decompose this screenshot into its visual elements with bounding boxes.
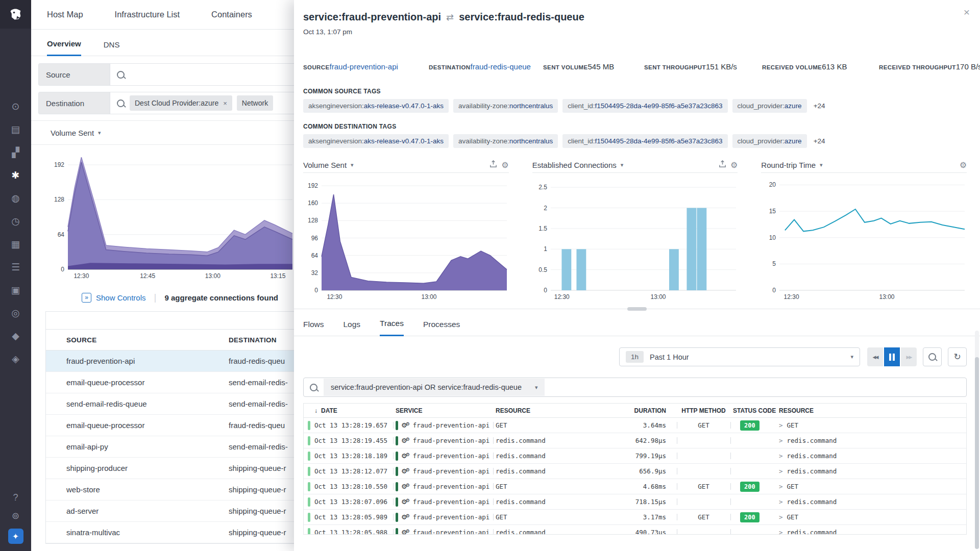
tag-chip[interactable]: availability-zone:northcentralus — [453, 99, 558, 113]
divider: | — [154, 292, 157, 303]
column-resource-2[interactable]: RESOURCE — [779, 407, 966, 414]
tag-chip[interactable]: client_id:f1504495-28da-4e99-85f6-a5e37a… — [562, 99, 727, 113]
resize-handle[interactable] — [627, 307, 647, 311]
column-date[interactable]: DATE — [321, 407, 337, 414]
datadog-logo[interactable] — [0, 0, 31, 29]
trace-row[interactable]: Oct 13 13:28:19.657⚙⚙fraud-prevention-ap… — [304, 418, 966, 433]
remove-chip-icon[interactable]: × — [223, 99, 227, 107]
forward-button[interactable]: ▶▶ — [901, 347, 917, 366]
trace-row[interactable]: Oct 13 13:28:05.989⚙⚙fraud-prevention-ap… — [304, 510, 966, 525]
more-tags-link[interactable]: +24 — [814, 137, 825, 145]
tag-chip[interactable]: client_id:f1504495-28da-4e99-85f6-a5e37a… — [562, 134, 727, 148]
column-destination[interactable]: DESTINATION — [229, 336, 294, 344]
filter-chip[interactable]: Network — [237, 95, 273, 111]
destination-filter-label: Destination — [39, 92, 110, 114]
source-search-input[interactable] — [110, 71, 294, 79]
tab-containers[interactable]: Containers — [211, 10, 252, 19]
connection-row[interactable]: shipping-producershipping-queue-r — [46, 458, 294, 479]
gear-icon[interactable]: ⚙ — [501, 160, 508, 170]
trace-row[interactable]: Oct 13 13:28:19.455⚙⚙fraud-prevention-ap… — [304, 433, 966, 448]
export-icon[interactable] — [489, 160, 497, 170]
tab-overview[interactable]: Overview — [47, 39, 81, 56]
tag-chip[interactable]: aksengineversion:aks-release-v0.47.0-1-a… — [303, 134, 449, 148]
service-gears-icon: ⚙⚙ — [401, 452, 410, 460]
filter-chip[interactable]: Dest Cloud Provider:azure× — [130, 95, 232, 111]
tab-flows[interactable]: Flows — [303, 320, 324, 336]
tag-chip[interactable]: cloud_provider:azure — [732, 134, 807, 148]
connection-row[interactable]: ad-servershipping-queue-r — [46, 500, 294, 522]
tag-chip[interactable]: cloud_provider:azure — [732, 99, 807, 113]
connection-row[interactable]: sinatra-multivacshipping-queue-r — [46, 522, 294, 543]
infrastructure-icon[interactable]: ▤ — [0, 118, 31, 141]
tab-dns[interactable]: DNS — [104, 40, 120, 56]
column-service[interactable]: SERVICE — [396, 407, 491, 414]
host-map-icon[interactable]: ⊙ — [0, 95, 31, 118]
trace-row[interactable]: Oct 13 13:28:18.189⚙⚙fraud-prevention-ap… — [304, 448, 966, 464]
connection-row[interactable]: email-queue-processorsend-email-redis- — [46, 372, 294, 393]
column-duration[interactable]: DURATION — [567, 407, 674, 414]
tab-processes[interactable]: Processes — [423, 320, 460, 336]
established-connections-chart[interactable]: 00.511.522.512:3013:00 — [532, 173, 738, 302]
tab-host-map[interactable]: Host Map — [47, 10, 83, 19]
show-controls-button[interactable]: » Show Controls — [82, 293, 146, 303]
more-tags-link[interactable]: +24 — [814, 102, 825, 110]
watchdog-icon[interactable]: ◈ — [0, 347, 31, 370]
pause-icon — [889, 354, 895, 361]
metrics-icon[interactable]: ▞ — [0, 141, 31, 164]
column-status-code[interactable]: STATUS CODE — [733, 407, 779, 414]
chevron-down-icon[interactable]: ▾ — [820, 162, 823, 168]
connection-row[interactable]: web-storeshipping-queue-r — [46, 479, 294, 500]
time-range-dropdown[interactable]: 1h Past 1 Hour ▾ — [619, 347, 860, 366]
connection-row[interactable]: email-api-pysend-email-redis- — [46, 436, 294, 458]
tab-infrastructure-list[interactable]: Infrastructure List — [115, 10, 180, 19]
scrollbar-thumb[interactable] — [975, 357, 979, 549]
metric-selector-dropdown[interactable]: Volume Sent ▾ — [31, 120, 294, 145]
summary-metric: DESTINATIONfraud-redis-queue — [429, 62, 543, 71]
gear-icon[interactable]: ⚙ — [960, 160, 967, 170]
zoom-out-button[interactable] — [923, 347, 942, 366]
tab-traces[interactable]: Traces — [380, 319, 404, 336]
svg-text:1.5: 1.5 — [538, 225, 547, 232]
export-icon[interactable] — [719, 160, 726, 170]
trace-search-bar[interactable]: service:fraud-prevention-api OR service:… — [303, 378, 967, 397]
connection-row[interactable]: email-queue-processorfraud-redis-queu — [46, 415, 294, 436]
org-avatar[interactable]: ✦ — [8, 529, 23, 544]
integrations-icon[interactable]: ▦ — [0, 233, 31, 256]
connection-row[interactable]: send-email-redis-queuesend-email-redis- — [46, 393, 294, 415]
column-source[interactable]: SOURCE — [66, 336, 229, 344]
round-trip-time-chart[interactable]: 0510152012:3013:00 — [761, 173, 967, 302]
monitors-icon[interactable]: ◍ — [0, 187, 31, 210]
expand-chevron-icon: > — [779, 421, 783, 429]
synthetics-icon[interactable]: ◷ — [0, 210, 31, 233]
chevron-down-icon[interactable]: ▾ — [351, 162, 354, 168]
refresh-button[interactable]: ↻ — [948, 347, 967, 366]
column-resource[interactable]: RESOURCE — [496, 407, 567, 414]
network-icon[interactable]: ✱ — [0, 164, 31, 187]
trace-row[interactable]: Oct 13 13:28:12.077⚙⚙fraud-prevention-ap… — [304, 464, 966, 479]
logs-icon[interactable]: ☰ — [0, 256, 31, 279]
tab-logs[interactable]: Logs — [343, 320, 360, 336]
user-icon[interactable]: ⊚ — [12, 510, 19, 521]
trace-row[interactable]: Oct 13 13:28:10.550⚙⚙fraud-prevention-ap… — [304, 479, 966, 494]
volume-sent-overview-chart[interactable]: 06412819212:3012:4513:0013:15 — [50, 152, 294, 281]
rewind-button[interactable]: ◀◀ — [867, 347, 883, 366]
gear-icon[interactable]: ⚙ — [730, 160, 738, 170]
pause-button[interactable] — [884, 347, 900, 366]
column-http-method[interactable]: HTTP METHOD — [679, 407, 728, 414]
destination-search-input[interactable]: Dest Cloud Provider:azure×Network — [110, 95, 294, 111]
close-icon[interactable]: × — [964, 6, 970, 18]
notebooks-icon[interactable]: ▣ — [0, 279, 31, 302]
tag-chip[interactable]: availability-zone:northcentralus — [453, 134, 558, 148]
apm-icon[interactable]: ◎ — [0, 302, 31, 324]
security-icon[interactable]: ◆ — [0, 324, 31, 347]
sort-down-icon[interactable]: ↓ — [314, 407, 317, 414]
trace-row[interactable]: Oct 13 13:28:05.988⚙⚙fraud-prevention-ap… — [304, 525, 966, 535]
chevron-down-icon[interactable]: ▾ — [621, 162, 624, 168]
trace-row[interactable]: Oct 13 13:28:07.096⚙⚙fraud-prevention-ap… — [304, 494, 966, 510]
service-color-strip — [396, 482, 398, 491]
connection-row[interactable]: fraud-prevention-apifraud-redis-queu — [46, 350, 294, 372]
help-icon[interactable]: ? — [13, 492, 18, 503]
tag-chip[interactable]: aksengineversion:aks-release-v0.47.0-1-a… — [303, 99, 449, 113]
trace-search-query[interactable]: service:fraud-prevention-api OR service:… — [324, 379, 545, 396]
volume-sent-chart[interactable]: 032649612816019212:3013:00 — [303, 173, 509, 302]
